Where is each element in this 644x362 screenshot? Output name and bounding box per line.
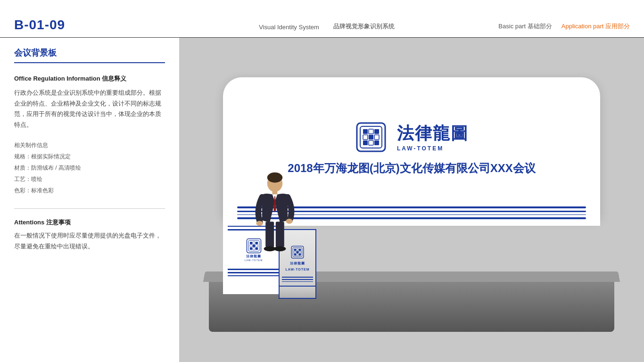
- svg-rect-35: [272, 190, 278, 195]
- main-layout: 会议背景板 Office Regulation Information 信息释义…: [0, 38, 644, 362]
- info-body-text: 行政办公系统是企业识别系统中的重要组成部分。根据企业的特点、企业精神及企业文化，…: [14, 88, 165, 130]
- production-info: 相关制作信息 规格：根据实际情况定 材质：防滑绒布 / 高清喷绘 工艺：喷绘 色…: [14, 140, 165, 196]
- brand-logo-icon: [355, 121, 388, 154]
- svg-rect-8: [363, 140, 368, 145]
- content-area: 法律龍圖 LAW-TOTEM 2018年万海龙图(北京)文化传媒有限公司XXX会…: [179, 38, 644, 362]
- header-center: Visual Identity System 品牌视觉形象识别系统: [179, 0, 474, 38]
- craft-label: 工艺：喷绘: [14, 173, 165, 185]
- svg-rect-3: [369, 129, 373, 134]
- vi-system-en: Visual Identity System: [259, 24, 319, 31]
- person-figure-container: [251, 172, 298, 256]
- sidebar-title: 会议背景板: [14, 47, 165, 63]
- podium-stripes: [280, 277, 315, 282]
- conference-title: 2018年万海龙图(北京)文化传媒有限公司XXX会议: [288, 161, 535, 176]
- podium-company-en: LAW-TOTEM: [285, 268, 309, 271]
- svg-rect-26: [299, 248, 301, 250]
- spec-label: 规格：根据实际情况定: [14, 151, 165, 162]
- svg-rect-7: [374, 135, 379, 140]
- page-code: B-01-09: [14, 17, 165, 37]
- podium-stripe-3: [282, 281, 313, 282]
- sidebar: 会议背景板 Office Regulation Information 信息释义…: [0, 38, 179, 362]
- svg-point-40: [264, 246, 276, 251]
- podium-stripe-2: [282, 279, 313, 280]
- side-stripe-4: [228, 272, 280, 273]
- svg-rect-4: [374, 129, 379, 134]
- attention-title: Attentions 注意事项: [14, 218, 165, 227]
- svg-rect-9: [369, 140, 373, 145]
- header-right: Basic part 基础部分 Application part 应用部分: [474, 0, 644, 38]
- person-figure: [251, 172, 298, 256]
- side-stripe-3: [228, 269, 280, 270]
- side-company-en: LAW-TOTEM: [245, 259, 263, 262]
- header: B-01-09 Visual Identity System 品牌视觉形象识别系…: [0, 0, 644, 38]
- vi-system-zh: 品牌视觉形象识别系统: [333, 22, 395, 31]
- material-label: 材质：防滑绒布 / 高清喷绘: [14, 162, 165, 173]
- svg-rect-38: [265, 222, 274, 247]
- basic-part-label: Basic part 基础部分: [498, 22, 552, 31]
- podium-base: [279, 286, 316, 299]
- svg-point-34: [267, 173, 282, 183]
- attention-text: 在一般情况下使用时应尽量使用提供的光盘电子文件，尽量避免在重绘中出现错误。: [14, 230, 165, 252]
- svg-point-41: [274, 246, 286, 251]
- svg-rect-39: [276, 222, 284, 247]
- side-lower-stripes: [228, 269, 280, 276]
- svg-rect-29: [299, 251, 301, 253]
- logo-row: 法律龍圖 LAW-TOTEM: [355, 121, 469, 154]
- svg-point-43: [286, 219, 292, 224]
- logo-text-group: 法律龍圖 LAW-TOTEM: [397, 122, 469, 152]
- svg-rect-10: [374, 140, 379, 145]
- header-left: B-01-09: [0, 0, 179, 38]
- svg-rect-2: [363, 129, 368, 134]
- sidebar-divider: [14, 208, 165, 209]
- svg-point-42: [256, 221, 263, 226]
- company-name-zh: 法律龍圖: [397, 122, 469, 145]
- podium-company-zh: 法律龍圖: [290, 261, 305, 266]
- svg-rect-32: [299, 254, 301, 255]
- info-section-title: Office Regulation Information 信息释义: [14, 74, 165, 83]
- app-part-label: Application part 应用部分: [561, 22, 630, 31]
- production-title: 相关制作信息: [14, 140, 165, 151]
- scene-container: 法律龍圖 LAW-TOTEM 2018年万海龙图(北京)文化传媒有限公司XXX会…: [209, 68, 614, 332]
- color-label: 色彩：标准色彩: [14, 185, 165, 196]
- side-stripe-5: [228, 275, 280, 276]
- podium-stripe-1: [282, 277, 313, 278]
- svg-rect-6: [369, 135, 373, 140]
- company-name-en: LAW-TOTEM: [397, 145, 469, 152]
- svg-rect-5: [363, 135, 368, 140]
